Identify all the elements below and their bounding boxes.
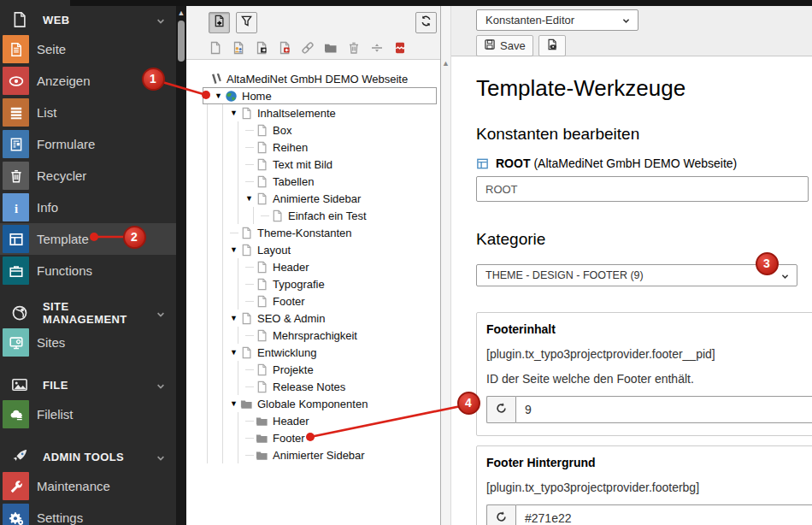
tree-node-footer[interactable]: Footer: [245, 429, 437, 446]
sidebar-item-filelist[interactable]: Filelist: [0, 398, 176, 430]
sidebar-item-anzeigen[interactable]: Anzeigen: [0, 65, 176, 97]
scrollbar-thumb[interactable]: [178, 21, 185, 62]
template-select[interactable]: ROOT: [476, 176, 809, 202]
sidebar-item-template[interactable]: Template: [0, 223, 176, 255]
module-menu-scrollbar[interactable]: ▲: [176, 6, 186, 525]
sidebar-item-functions[interactable]: Functions: [0, 255, 176, 286]
tree-collapse-icon[interactable]: ▼: [230, 349, 238, 357]
tree-node-home[interactable]: ▼Home: [203, 87, 437, 104]
tree-node-globale-komponenten[interactable]: ▼Globale Komponenten: [230, 395, 437, 412]
module-section-header[interactable]: SITE MANAGEMENT: [0, 299, 176, 327]
module-function-select[interactable]: Konstanten-Editor: [476, 9, 638, 31]
tree-line: [245, 301, 254, 302]
tree-node-entwicklung[interactable]: ▼Entwicklung: [230, 344, 437, 361]
kategorie-select[interactable]: THEME - DESIGN - FOOTER (9): [476, 264, 797, 286]
sidebar-item-maintenance[interactable]: Maintenance: [0, 470, 176, 502]
constant-title: Footer Hintergrund: [486, 456, 812, 469]
page-icon: [256, 158, 268, 171]
constant-value-input[interactable]: 9: [515, 396, 812, 423]
tree-node-theme-konstanten[interactable]: Theme-Konstanten: [230, 224, 437, 241]
tree-node-header[interactable]: Header: [245, 258, 437, 275]
page-icon: [256, 295, 268, 308]
sidebar-item-sites[interactable]: Sites: [0, 327, 176, 358]
doc-eye-icon: [546, 38, 558, 53]
sidebar-item-formulare[interactable]: Formulare: [0, 128, 176, 160]
page-mount-icon[interactable]: [278, 41, 291, 55]
reset-constant-button[interactable]: [486, 396, 515, 423]
page-blank-icon[interactable]: [209, 41, 222, 55]
tree-node-box[interactable]: Box: [245, 121, 437, 139]
constant-description: ID der Seite welche den Footer enthält.: [486, 372, 812, 386]
module-section-header[interactable]: ADMIN TOOLS: [0, 443, 176, 470]
tree-node-seo-admin[interactable]: ▼SEO & Admin: [230, 310, 437, 327]
folder-icon: [256, 415, 268, 428]
splitter-collapse-icon[interactable]: ▲: [441, 59, 450, 68]
wrench-icon: [3, 472, 29, 500]
page-shortcut-icon[interactable]: [255, 41, 268, 55]
tree-collapse-icon[interactable]: ▼: [230, 315, 238, 322]
module-section-header[interactable]: FILE: [0, 371, 176, 398]
tree-node-animierte-sidebar[interactable]: ▼Animierte Sidebar: [245, 190, 437, 207]
refresh-button[interactable]: [415, 12, 437, 33]
tree-node-header[interactable]: Header: [245, 412, 437, 429]
page-icon: [256, 278, 268, 291]
constants-heading: Konstanten bearbeiten: [476, 125, 812, 144]
folder-icon[interactable]: [324, 41, 338, 55]
divider-icon[interactable]: [370, 41, 384, 55]
tree-node-release-notes[interactable]: Release Notes: [245, 378, 437, 395]
link-icon[interactable]: [301, 41, 315, 55]
sidebar-item-settings[interactable]: Settings: [0, 502, 176, 525]
page-recycler-icon[interactable]: [393, 41, 407, 55]
tree-collapse-icon[interactable]: ▼: [230, 400, 238, 408]
module-section-site-management: SITE MANAGEMENTSites: [0, 299, 176, 358]
tree-node-inhaltselemente[interactable]: ▼Inhaltselemente: [230, 104, 437, 121]
template-root-suffix: (AltaMediNet GmbH DEMO Webseite): [533, 156, 737, 170]
tree-node-label: SEO & Admin: [257, 312, 325, 325]
sidebar-item-label: Settings: [37, 510, 83, 525]
tree-collapse-icon[interactable]: ▼: [230, 246, 238, 254]
panel-splitter[interactable]: ▲: [440, 6, 451, 525]
page-title: Template-Werkzeuge: [476, 75, 812, 102]
tree-node-label: Einfach ein Test: [288, 209, 367, 222]
sidebar-item-list[interactable]: List: [0, 97, 176, 128]
scrollbar-up-icon[interactable]: ▲: [176, 6, 186, 17]
new-page-button[interactable]: [209, 12, 230, 33]
page-icon: [256, 192, 268, 205]
reset-constant-button[interactable]: [486, 504, 515, 525]
sidebar-item-label: List: [37, 105, 56, 120]
tree-node-projekte[interactable]: Projekte: [245, 361, 437, 378]
tree-node-text-mit-bild[interactable]: Text mit Bild: [245, 156, 437, 173]
tree-collapse-icon[interactable]: ▼: [230, 109, 238, 117]
sidebar-item-info[interactable]: iInfo: [0, 192, 176, 223]
sidebar-item-recycler[interactable]: Recycler: [0, 160, 176, 192]
tree-node-mehrsprachigkeit[interactable]: Mehrsprachigkeit: [245, 327, 437, 344]
tree-node-reihen[interactable]: Reihen: [245, 139, 437, 156]
tree-node-animierter-sidebar[interactable]: Animierter Sidebar: [245, 446, 437, 463]
doc-body: Template-Werkzeuge Konstanten bearbeiten…: [451, 75, 812, 525]
page-users-icon[interactable]: [232, 41, 245, 55]
page-icon: [256, 261, 268, 274]
tree-node-label: Release Notes: [273, 380, 345, 393]
tree-node-layout[interactable]: ▼Layout: [230, 241, 437, 258]
template-root-line: ROOT (AltaMediNet GmbH DEMO Webseite): [476, 156, 812, 170]
save-button[interactable]: Save: [476, 35, 533, 56]
tree-collapse-icon[interactable]: ▼: [215, 92, 222, 100]
tree-node-tabellen[interactable]: Tabellen: [245, 173, 437, 190]
svg-text:i: i: [14, 201, 17, 215]
view-button[interactable]: [538, 35, 566, 56]
module-function-select-value: Konstanten-Editor: [485, 14, 621, 27]
tree-node-altamedinet-gmbh-demo-webseite[interactable]: AltaMediNet GmbH DEMO Webseite: [199, 70, 437, 87]
trash-icon[interactable]: [347, 41, 361, 55]
module-section-header[interactable]: WEB: [0, 6, 176, 33]
tree-node-label: Inhaltselemente: [257, 107, 336, 120]
constant-key: [plugin.tx_typo3projectprovider.footerbg…: [486, 481, 812, 494]
tree-collapse-icon[interactable]: ▼: [245, 195, 253, 203]
tree-node-footer[interactable]: Footer: [245, 292, 437, 310]
template-icon: [476, 157, 489, 170]
filter-button[interactable]: [236, 12, 257, 33]
tree-node-label: Theme-Konstanten: [257, 227, 352, 239]
tree-node-einfach-ein-test[interactable]: Einfach ein Test: [261, 207, 437, 224]
tree-node-typografie[interactable]: Typografie: [245, 275, 437, 292]
sidebar-item-seite[interactable]: Seite: [0, 33, 176, 65]
constant-value-input[interactable]: #271e22: [515, 504, 812, 525]
